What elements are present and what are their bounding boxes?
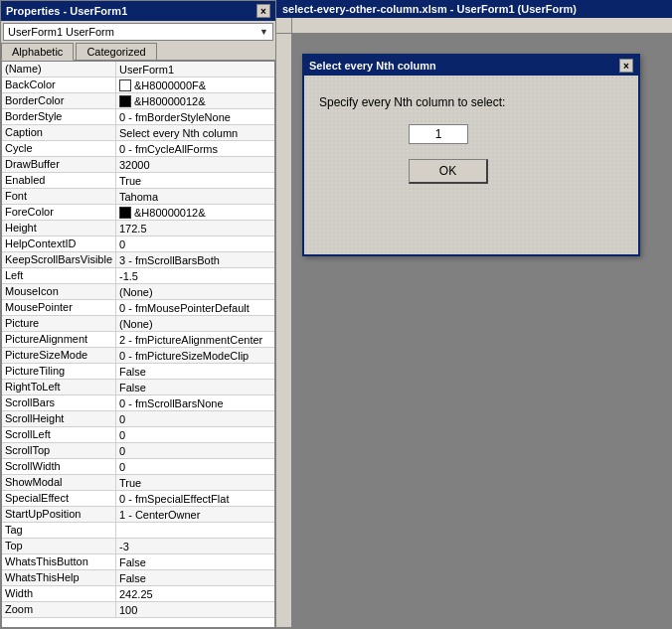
prop-name: Left bbox=[2, 268, 116, 283]
prop-value-text: 0 - fmScrollBarsNone bbox=[119, 397, 224, 409]
form-area: Select every Nth column × Specify every … bbox=[292, 34, 672, 627]
properties-close-button[interactable]: × bbox=[256, 4, 270, 18]
ruler-vertical bbox=[276, 34, 292, 627]
table-row: Zoom100 bbox=[2, 602, 274, 618]
prop-value: 1 - CenterOwner bbox=[116, 507, 274, 522]
prop-value-text: &H80000012& bbox=[134, 207, 206, 219]
table-row: BackColor&H8000000F& bbox=[2, 78, 274, 93]
prop-name: DrawBuffer bbox=[2, 157, 116, 172]
prop-value-text: Tahoma bbox=[119, 191, 158, 203]
userform-panel: select-every-other-column.xlsm - UserFor… bbox=[276, 0, 672, 629]
prop-value: UserForm1 bbox=[116, 62, 274, 77]
color-swatch bbox=[119, 79, 131, 91]
prop-value: &H80000012& bbox=[116, 93, 274, 108]
prop-name: PictureSizeMode bbox=[2, 348, 116, 363]
prop-name: ScrollWidth bbox=[2, 459, 116, 474]
table-row: Tag bbox=[2, 523, 274, 539]
prop-name: Height bbox=[2, 221, 116, 236]
prop-value: 0 - fmMousePointerDefault bbox=[116, 300, 274, 315]
ruler-corner bbox=[276, 18, 292, 34]
prop-value-text: 0 bbox=[119, 413, 125, 425]
table-row: ScrollWidth0 bbox=[2, 459, 274, 475]
prop-name: StartUpPosition bbox=[2, 507, 116, 522]
prop-value-text: -1.5 bbox=[119, 270, 138, 282]
dialog-window: Select every Nth column × Specify every … bbox=[302, 54, 640, 256]
dialog-close-button[interactable]: × bbox=[619, 59, 633, 73]
prop-value-text: 0 bbox=[119, 238, 125, 250]
table-row: RightToLeftFalse bbox=[2, 380, 274, 395]
prop-value: 100 bbox=[116, 602, 274, 617]
prop-value-text: 3 - fmScrollBarsBoth bbox=[119, 254, 220, 266]
prop-value-text: 2 - fmPictureAlignmentCenter bbox=[119, 334, 262, 346]
prop-value: -3 bbox=[116, 539, 274, 553]
tab-categorized[interactable]: Categorized bbox=[76, 43, 156, 60]
prop-name: HelpContextID bbox=[2, 236, 116, 251]
dialog-ok-button[interactable]: OK bbox=[409, 159, 488, 184]
table-row: FontTahoma bbox=[2, 189, 274, 205]
prop-name: BackColor bbox=[2, 78, 116, 92]
prop-name: Tag bbox=[2, 523, 116, 538]
prop-name: Enabled bbox=[2, 173, 116, 188]
prop-value: 0 bbox=[116, 443, 274, 458]
table-row: ScrollBars0 - fmScrollBarsNone bbox=[2, 395, 274, 411]
dialog-input[interactable] bbox=[409, 124, 468, 144]
prop-value: &H8000000F& bbox=[116, 78, 274, 92]
table-row: EnabledTrue bbox=[2, 173, 274, 189]
properties-panel: Properties - UserForm1 × UserForm1 UserF… bbox=[0, 0, 276, 629]
prop-value-text: (None) bbox=[119, 318, 153, 330]
table-row: KeepScrollBarsVisible3 - fmScrollBarsBot… bbox=[2, 252, 274, 268]
dialog-body: Specify every Nth column to select: OK bbox=[304, 76, 638, 254]
properties-dropdown[interactable]: UserForm1 UserForm ▼ bbox=[3, 23, 273, 41]
dialog-titlebar: Select every Nth column × bbox=[304, 56, 638, 76]
prop-value-text: 0 - fmCycleAllForms bbox=[119, 143, 218, 155]
dialog-title: Select every Nth column bbox=[309, 60, 436, 72]
table-row: Top-3 bbox=[2, 539, 274, 554]
prop-value bbox=[116, 523, 274, 538]
prop-value-text: &H8000000F& bbox=[134, 79, 206, 91]
prop-name: ForeColor bbox=[2, 205, 116, 220]
prop-name: ScrollLeft bbox=[2, 427, 116, 442]
prop-value: Tahoma bbox=[116, 189, 274, 204]
table-row: ScrollHeight0 bbox=[2, 411, 274, 427]
prop-value: 0 - fmCycleAllForms bbox=[116, 141, 274, 156]
prop-value-text: 0 - fmSpecialEffectFlat bbox=[119, 493, 229, 505]
prop-name: MousePointer bbox=[2, 300, 116, 315]
properties-titlebar: Properties - UserForm1 × bbox=[1, 1, 275, 21]
prop-value: 0 - fmSpecialEffectFlat bbox=[116, 491, 274, 506]
table-row: Height172.5 bbox=[2, 221, 274, 236]
prop-value: 0 bbox=[116, 236, 274, 251]
table-row: Cycle0 - fmCycleAllForms bbox=[2, 141, 274, 157]
table-row: StartUpPosition1 - CenterOwner bbox=[2, 507, 274, 523]
table-row: Left-1.5 bbox=[2, 268, 274, 284]
prop-value: 0 bbox=[116, 427, 274, 442]
prop-value-text: 0 bbox=[119, 429, 125, 441]
prop-value: 0 - fmPictureSizeModeClip bbox=[116, 348, 274, 363]
table-row: DrawBuffer32000 bbox=[2, 157, 274, 173]
prop-value-text: &H80000012& bbox=[134, 95, 206, 107]
prop-value-text: False bbox=[119, 556, 146, 568]
table-row: ScrollLeft0 bbox=[2, 427, 274, 443]
prop-value: 242.25 bbox=[116, 586, 274, 601]
table-row: MousePointer0 - fmMousePointerDefault bbox=[2, 300, 274, 316]
prop-value: True bbox=[116, 475, 274, 490]
prop-value: (None) bbox=[116, 284, 274, 299]
table-row: SpecialEffect0 - fmSpecialEffectFlat bbox=[2, 491, 274, 507]
table-row: ForeColor&H80000012& bbox=[2, 205, 274, 221]
properties-table: (Name)UserForm1BackColor&H8000000F&Borde… bbox=[1, 61, 275, 628]
table-row: ShowModalTrue bbox=[2, 475, 274, 491]
table-row: MouseIcon(None) bbox=[2, 284, 274, 300]
prop-value: Select every Nth column bbox=[116, 125, 274, 140]
prop-value-text: 32000 bbox=[119, 159, 150, 171]
vbe-title: select-every-other-column.xlsm - UserFor… bbox=[282, 3, 577, 15]
prop-value: 172.5 bbox=[116, 221, 274, 236]
prop-value: 0 bbox=[116, 411, 274, 426]
prop-value: 0 bbox=[116, 459, 274, 474]
prop-value: False bbox=[116, 554, 274, 569]
tab-alphabetic[interactable]: Alphabetic bbox=[1, 43, 74, 61]
prop-name: BorderStyle bbox=[2, 109, 116, 124]
prop-value: 2 - fmPictureAlignmentCenter bbox=[116, 332, 274, 347]
prop-value-text: 0 - fmPictureSizeModeClip bbox=[119, 350, 249, 362]
prop-value-text: 0 - fmBorderStyleNone bbox=[119, 111, 231, 123]
prop-value: True bbox=[116, 173, 274, 188]
prop-name: WhatsThisHelp bbox=[2, 570, 116, 585]
